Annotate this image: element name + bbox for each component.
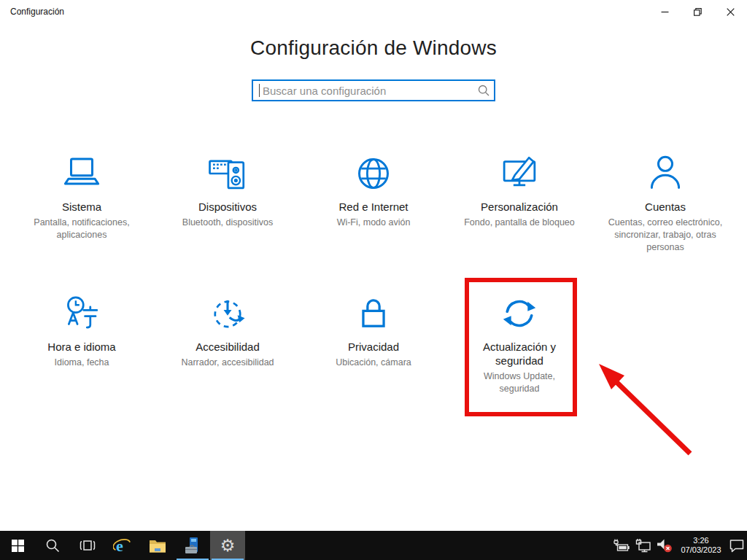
- tile-title: Cuentas: [645, 200, 686, 214]
- tile-actualizacion-seguridad[interactable]: Actualización y seguridad Windows Update…: [446, 282, 592, 422]
- tile-subtitle: Ubicación, cámara: [336, 357, 411, 369]
- file-explorer-button[interactable]: [140, 531, 175, 560]
- sync-icon: [498, 292, 541, 335]
- network-tray-button[interactable]: [632, 531, 654, 560]
- ethernet-icon: [635, 538, 652, 553]
- tile-title: Actualización y seguridad: [465, 340, 574, 368]
- tile-cuentas[interactable]: Cuentas Cuentas, correo electrónico, sin…: [592, 142, 738, 282]
- task-view-icon: [80, 539, 96, 552]
- tile-subtitle: Narrador, accesibilidad: [181, 357, 274, 369]
- clock-language-icon: [61, 292, 103, 335]
- task-view-button[interactable]: [70, 531, 105, 560]
- devices-icon: [206, 152, 249, 195]
- tile-title: Sistema: [62, 200, 101, 214]
- tile-title: Privacidad: [348, 340, 399, 354]
- gear-icon: ⚙: [220, 537, 236, 554]
- tile-subtitle: Bluetooth, dispositivos: [182, 217, 273, 229]
- volume-tray-button[interactable]: [654, 531, 676, 560]
- taskbar: e ⚙: [0, 531, 747, 560]
- system-tools-button[interactable]: [175, 531, 210, 560]
- minimize-icon: [661, 8, 669, 16]
- globe-icon: [352, 152, 395, 195]
- tile-subtitle: Pantalla, notificaciones, aplicaciones: [16, 217, 147, 241]
- folder-icon: [149, 538, 166, 553]
- search-icon: [45, 538, 60, 553]
- close-button[interactable]: [714, 0, 747, 23]
- tile-title: Dispositivos: [198, 200, 257, 214]
- tile-dispositivos[interactable]: Dispositivos Bluetooth, dispositivos: [155, 142, 301, 282]
- tile-privacidad[interactable]: Privacidad Ubicación, cámara: [301, 282, 446, 422]
- clock-time: 3:26: [676, 536, 727, 545]
- settings-window: Configuración Configuración de Windows: [0, 0, 747, 531]
- battery-charging-icon: [613, 538, 630, 553]
- tile-subtitle: Windows Update, seguridad: [471, 370, 568, 395]
- volume-muted-icon: [657, 537, 673, 553]
- person-icon: [644, 152, 686, 195]
- tile-title: Personalización: [481, 200, 558, 214]
- internet-explorer-button[interactable]: e: [105, 531, 140, 560]
- close-icon: [727, 8, 735, 16]
- settings-grid: Sistema Pantalla, notificaciones, aplica…: [9, 142, 738, 422]
- tile-subtitle: Cuentas, correo electrónico, sincronizar…: [600, 217, 731, 254]
- laptop-icon: [61, 152, 103, 195]
- monitor-pen-icon: [498, 152, 541, 195]
- tile-title: Accesibilidad: [196, 340, 260, 354]
- tile-accesibilidad[interactable]: Accesibilidad Narrador, accesibilidad: [155, 282, 301, 422]
- tile-subtitle: Idioma, fecha: [54, 357, 109, 369]
- tile-personalizacion[interactable]: Personalización Fondo, pantalla de bloqu…: [446, 142, 592, 282]
- titlebar: Configuración: [0, 0, 747, 23]
- search-icon[interactable]: [473, 85, 494, 96]
- battery-tray-button[interactable]: [611, 531, 632, 560]
- ease-of-access-icon: [206, 292, 249, 335]
- tile-sistema[interactable]: Sistema Pantalla, notificaciones, aplica…: [9, 142, 155, 282]
- action-center-icon: [729, 538, 745, 553]
- action-center-button[interactable]: [727, 531, 747, 560]
- tile-subtitle: Fondo, pantalla de bloqueo: [464, 217, 575, 229]
- lock-icon: [352, 292, 395, 335]
- search-box[interactable]: [252, 79, 495, 101]
- windows-logo-icon: [12, 540, 24, 552]
- tile-title: Red e Internet: [338, 200, 408, 214]
- window-title: Configuración: [0, 7, 649, 17]
- tile-subtitle: Wi-Fi, modo avión: [337, 217, 411, 229]
- tile-red-internet[interactable]: Red e Internet Wi-Fi, modo avión: [301, 142, 446, 282]
- taskbar-search-button[interactable]: [35, 531, 70, 560]
- search-input[interactable]: [260, 85, 473, 97]
- clock[interactable]: 3:26 07/03/2023: [676, 531, 727, 560]
- tile-hora-idioma[interactable]: Hora e idioma Idioma, fecha: [9, 282, 155, 422]
- start-button[interactable]: [0, 531, 35, 560]
- restore-button[interactable]: [681, 0, 714, 23]
- restore-icon: [694, 8, 702, 16]
- clock-date: 07/03/2023: [676, 545, 727, 555]
- minimize-button[interactable]: [649, 0, 681, 23]
- system-tray: 3:26 07/03/2023: [611, 531, 747, 560]
- internet-explorer-icon: e: [113, 536, 132, 555]
- settings-taskbar-button[interactable]: ⚙: [210, 531, 245, 560]
- pc-toolbox-icon: [184, 537, 201, 555]
- page-title: Configuración de Windows: [0, 36, 747, 60]
- tile-title: Hora e idioma: [47, 340, 115, 354]
